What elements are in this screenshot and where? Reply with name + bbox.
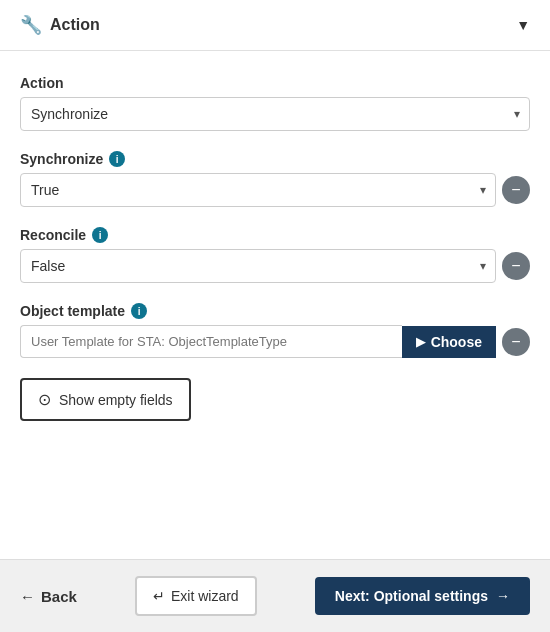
card-header-left: 🔧 Action <box>20 14 100 36</box>
synchronize-info-icon[interactable]: i <box>109 151 125 167</box>
show-empty-fields-button[interactable]: ⊙ Show empty fields <box>20 378 191 421</box>
object-template-label-text: Object template <box>20 303 125 319</box>
object-template-row: ▶ Choose − <box>20 325 530 358</box>
synchronize-select-wrapper: True False ▾ − <box>20 173 530 207</box>
next-button[interactable]: Next: Optional settings → <box>315 577 530 615</box>
choose-button[interactable]: ▶ Choose <box>402 326 496 358</box>
reconcile-info-icon[interactable]: i <box>92 227 108 243</box>
reconcile-select[interactable]: False True <box>20 249 496 283</box>
action-label-text: Action <box>20 75 64 91</box>
synchronize-field-group: Synchronize i True False ▾ − <box>20 151 530 207</box>
back-arrow-icon: ← <box>20 588 35 605</box>
reconcile-label: Reconcile i <box>20 227 530 243</box>
synchronize-remove-button[interactable]: − <box>502 176 530 204</box>
synchronize-select[interactable]: True False <box>20 173 496 207</box>
reconcile-select-wrapper: False True ▾ − <box>20 249 530 283</box>
action-select[interactable]: Synchronize <box>20 97 530 131</box>
exit-wizard-label: Exit wizard <box>171 588 239 604</box>
synchronize-label-text: Synchronize <box>20 151 103 167</box>
object-template-input[interactable] <box>20 325 402 358</box>
reconcile-remove-button[interactable]: − <box>502 252 530 280</box>
choose-button-label: Choose <box>431 334 482 350</box>
reconcile-label-text: Reconcile <box>20 227 86 243</box>
main-card: 🔧 Action ▼ Action Synchronize ▾ Synchron… <box>0 0 550 559</box>
action-label: Action <box>20 75 530 91</box>
card-header: 🔧 Action ▼ <box>0 0 550 51</box>
reconcile-field-group: Reconcile i False True ▾ − <box>20 227 530 283</box>
cursor-icon: ▶ <box>416 335 425 349</box>
back-button-label: Back <box>41 588 77 605</box>
exit-icon: ↵ <box>153 588 165 604</box>
page-title: Action <box>50 16 100 34</box>
eye-icon: ⊙ <box>38 390 51 409</box>
footer: ← Back ↵ Exit wizard Next: Optional sett… <box>0 559 550 632</box>
back-button[interactable]: ← Back <box>20 588 77 605</box>
object-template-info-icon[interactable]: i <box>131 303 147 319</box>
action-field-group: Action Synchronize ▾ <box>20 75 530 131</box>
exit-wizard-button[interactable]: ↵ Exit wizard <box>135 576 257 616</box>
action-select-wrapper: Synchronize ▾ <box>20 97 530 131</box>
show-empty-fields-label: Show empty fields <box>59 392 173 408</box>
next-arrow-icon: → <box>496 588 510 604</box>
chevron-down-icon[interactable]: ▼ <box>516 17 530 33</box>
synchronize-label: Synchronize i <box>20 151 530 167</box>
object-template-field-group: Object template i ▶ Choose − <box>20 303 530 358</box>
card-body: Action Synchronize ▾ Synchronize i True … <box>0 51 550 559</box>
wrench-icon: 🔧 <box>20 14 42 36</box>
next-button-label: Next: Optional settings <box>335 588 488 604</box>
object-template-remove-button[interactable]: − <box>502 328 530 356</box>
object-template-label: Object template i <box>20 303 530 319</box>
